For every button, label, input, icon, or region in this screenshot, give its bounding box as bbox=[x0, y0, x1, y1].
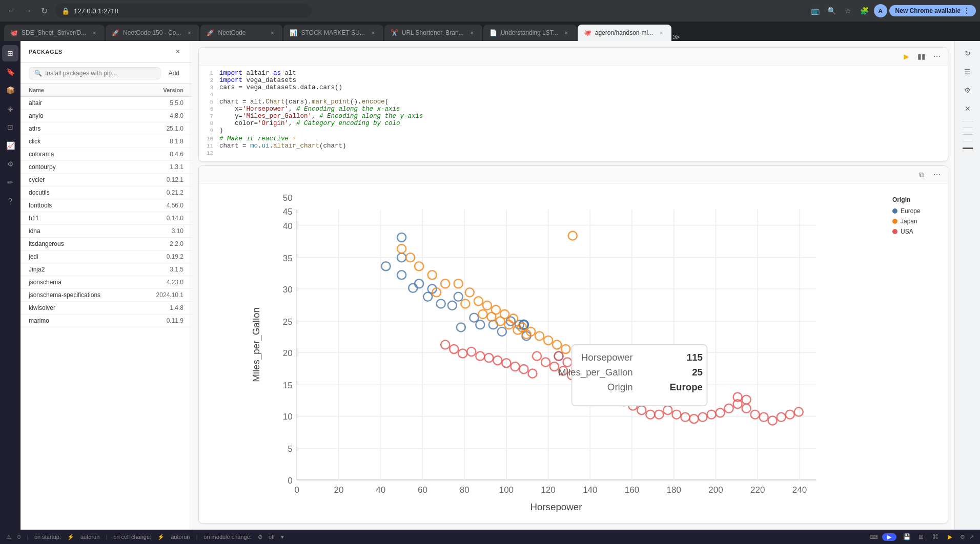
chart-more-button[interactable]: ⋯ bbox=[930, 168, 944, 181]
tab-neetcode150[interactable]: 🚀 NeetCode 150 - Co... × bbox=[106, 25, 199, 41]
pkg-version-marimo: 0.11.9 bbox=[142, 317, 183, 324]
svg-point-141 bbox=[493, 356, 502, 365]
list-item: jedi 0.19.2 bbox=[21, 250, 192, 263]
code-editor[interactable]: 1 import altair as alt 2 import vega_dat… bbox=[199, 66, 948, 161]
svg-point-118 bbox=[725, 404, 733, 413]
svg-point-73 bbox=[441, 279, 450, 288]
rc-divider-4 bbox=[963, 141, 973, 141]
svg-point-129 bbox=[555, 352, 563, 361]
svg-point-76 bbox=[474, 297, 483, 305]
sidebar-icon-pencil[interactable]: ✏ bbox=[2, 174, 18, 191]
address-text: 127.0.0.1:2718 bbox=[74, 7, 118, 15]
refresh-button[interactable]: ↻ bbox=[959, 45, 976, 61]
tab-stock-title: STOCK MARKET SU... bbox=[301, 29, 364, 36]
svg-point-62 bbox=[415, 279, 423, 288]
right-panel-scroll[interactable]: ▶ ▮▮ ⋯ 1 import altair as alt 2 import v… bbox=[192, 41, 954, 530]
run-cell-button[interactable]: ▶ bbox=[900, 50, 913, 63]
tab-sde[interactable]: 🐙 SDE_Sheet_Striver/D... × bbox=[4, 25, 105, 41]
pkg-version-jinja2: 3.1.5 bbox=[142, 266, 183, 273]
pkg-name-anyio: anyio bbox=[29, 112, 142, 119]
expand-chart-button[interactable]: ⧉ bbox=[915, 168, 928, 181]
extensions-button[interactable]: 🧩 bbox=[858, 4, 872, 18]
module-change-label: on module change: bbox=[203, 534, 252, 540]
svg-point-136 bbox=[450, 345, 458, 353]
sidebar-icon-chart[interactable]: 📈 bbox=[2, 137, 18, 154]
chrome-menu-icon: ⋮ bbox=[964, 7, 970, 14]
tab-sde-close[interactable]: × bbox=[90, 29, 98, 37]
packages-close-button[interactable]: × bbox=[172, 46, 183, 57]
module-off-button[interactable]: off bbox=[269, 534, 275, 540]
sidebar-icon-help[interactable]: ? bbox=[2, 193, 18, 209]
tab-ageron-favicon: 🐙 bbox=[584, 29, 591, 36]
cast-button[interactable]: 📺 bbox=[808, 4, 823, 18]
startup-autorun-button[interactable]: autorun bbox=[80, 534, 99, 540]
tab-understanding-close[interactable]: × bbox=[562, 29, 570, 37]
svg-point-108 bbox=[637, 406, 646, 414]
close-panel-button[interactable]: ✕ bbox=[959, 100, 976, 117]
sidebar-icon-grid[interactable]: ⊞ bbox=[2, 45, 18, 61]
tab-neetcode150-close[interactable]: × bbox=[185, 29, 193, 37]
save-button[interactable]: 💾 bbox=[901, 531, 913, 543]
code-line-9: 9 ) bbox=[199, 127, 948, 134]
svg-point-138 bbox=[467, 347, 476, 356]
svg-text:Horsepower: Horsepower bbox=[581, 352, 633, 363]
pkg-name-jinja2: Jinja2 bbox=[29, 266, 142, 273]
svg-point-90 bbox=[487, 312, 496, 321]
forward-button[interactable]: → bbox=[21, 4, 35, 18]
back-button[interactable]: ← bbox=[4, 4, 18, 18]
sidebar-icon-terminal[interactable]: ⊡ bbox=[2, 119, 18, 135]
reload-button[interactable]: ↻ bbox=[37, 4, 51, 18]
pkg-name-jedi: jedi bbox=[29, 253, 142, 260]
sidebar-icon-bookmark[interactable]: 🔖 bbox=[2, 64, 18, 80]
tab-stock[interactable]: 📊 STOCK MARKET SU... × bbox=[283, 25, 383, 41]
pkg-version-altair: 5.5.0 bbox=[142, 99, 183, 107]
tab-ageron[interactable]: 🐙 ageron/handson-ml... × bbox=[578, 25, 671, 41]
shortcut-button[interactable]: ⌘ bbox=[929, 531, 942, 543]
tab-url[interactable]: ✂️ URL Shortener, Bran... × bbox=[384, 25, 482, 41]
stop-cell-button[interactable]: ▮▮ bbox=[915, 50, 928, 63]
lock-icon: 🔒 bbox=[62, 7, 70, 15]
settings-button[interactable]: ⚙ bbox=[959, 82, 976, 98]
add-package-button[interactable]: Add bbox=[165, 68, 183, 79]
sidebar-icon-box[interactable]: 📦 bbox=[2, 82, 18, 98]
tab-ageron-close[interactable]: × bbox=[657, 29, 665, 37]
svg-text:120: 120 bbox=[541, 485, 555, 495]
tab-url-close[interactable]: × bbox=[468, 29, 476, 37]
autorun-icon-2: ⚡ bbox=[157, 534, 165, 540]
svg-point-75 bbox=[465, 288, 474, 297]
legend-dot-usa bbox=[892, 229, 897, 234]
bottom-run-button[interactable]: ▶ bbox=[944, 531, 956, 543]
packages-scroll[interactable]: altair 5.5.0 anyio 4.8.0 attrs 25.1.0 cl… bbox=[21, 97, 192, 530]
list-view-button[interactable]: ☰ bbox=[959, 64, 976, 80]
cell-change-autorun-button[interactable]: autorun bbox=[171, 534, 190, 540]
tab-more-button[interactable]: ≫ bbox=[672, 33, 680, 41]
sidebar-icon-sliders[interactable]: ⚙ bbox=[2, 156, 18, 172]
address-bar[interactable]: 🔒 127.0.0.1:2718 bbox=[55, 4, 312, 18]
scatter-plot[interactable]: 0 5 10 15 20 25 30 35 40 45 50 bbox=[207, 192, 884, 515]
keyboard-icon: ⌨ bbox=[870, 534, 878, 540]
settings-icon-bottom: ⚙ bbox=[960, 534, 965, 540]
sidebar-icon-cube[interactable]: ◈ bbox=[2, 100, 18, 117]
tab-neetcode[interactable]: 🚀 NeetCode × bbox=[200, 25, 282, 41]
packages-panel: PACKAGES × 🔍 Add Name Version altair 5.5… bbox=[21, 41, 192, 530]
pip-search-icon: 🔍 bbox=[34, 70, 42, 77]
pip-input[interactable] bbox=[45, 70, 155, 77]
table-button[interactable]: ⊞ bbox=[915, 531, 927, 543]
code-line-4: 4 bbox=[199, 91, 948, 98]
cell-more-button[interactable]: ⋯ bbox=[930, 50, 944, 63]
error-count: 0 bbox=[17, 534, 21, 540]
pip-search-box: 🔍 bbox=[29, 67, 160, 79]
bookmark-star-button[interactable]: ☆ bbox=[841, 4, 855, 18]
legend-dot-europe bbox=[892, 208, 897, 214]
tab-neetcode-close[interactable]: × bbox=[268, 29, 276, 37]
svg-point-115 bbox=[698, 413, 707, 422]
new-chrome-button[interactable]: New Chrome available ⋮ bbox=[889, 5, 976, 16]
tab-stock-close[interactable]: × bbox=[369, 29, 377, 37]
new-chrome-label: New Chrome available bbox=[895, 7, 961, 14]
search-button[interactable]: 🔍 bbox=[825, 4, 839, 18]
svg-text:Miles_per_Gallon: Miles_per_Gallon bbox=[251, 307, 262, 382]
pkg-version-itsdangerous: 2.2.0 bbox=[142, 240, 183, 247]
code-line-1: 1 import altair as alt bbox=[199, 70, 948, 77]
pkg-version-click: 8.1.8 bbox=[142, 138, 183, 145]
tab-understanding[interactable]: 📄 Understanding LST... × bbox=[483, 25, 577, 41]
